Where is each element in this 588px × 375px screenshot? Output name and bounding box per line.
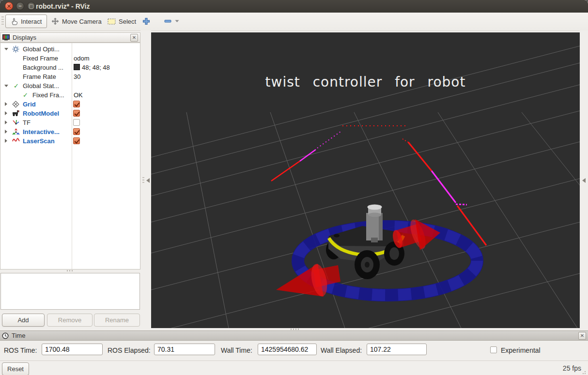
expand-right-panel-icon[interactable]: [582, 178, 586, 183]
expand-arrow-icon[interactable]: [5, 111, 7, 115]
collapse-left-panel-icon[interactable]: [146, 178, 150, 183]
tree-item-label: LaserScan: [23, 137, 55, 145]
move-arrows-icon: [51, 18, 59, 25]
window-resize-grip[interactable]: [582, 370, 587, 375]
expand-arrow-icon[interactable]: [5, 102, 7, 106]
chevron-down-icon: [175, 20, 179, 23]
tree-item-label: RobotModel: [23, 110, 59, 117]
add-display-button[interactable]: Add: [2, 314, 45, 327]
tree-item-label: Frame Rate: [23, 73, 56, 80]
rviz-window: ✕ – ▢ robot.rviz* - RViz Interact Move C…: [0, 0, 588, 375]
expand-arrow-icon[interactable]: [5, 139, 7, 143]
toolbar-grip[interactable]: [1, 16, 4, 26]
plus-icon: [142, 17, 150, 25]
statusbar: Reset 25 fps: [0, 360, 588, 375]
interact-tool-label: Interact: [21, 18, 42, 25]
display-description-box: [0, 273, 140, 310]
tree-item-label: Fixed Fra...: [32, 91, 64, 99]
displays-panel-header[interactable]: Displays ✕: [0, 32, 140, 43]
tree-row-fixed-frame[interactable]: Fixed Frame odom: [0, 54, 140, 63]
wall-time-input[interactable]: [258, 344, 317, 355]
ros-elapsed-input[interactable]: [154, 344, 215, 355]
tree-row-global-options[interactable]: Global Opti...: [0, 45, 140, 54]
time-panel-header[interactable]: Time ✕: [0, 330, 588, 341]
tree-item-label: Global Stat...: [23, 82, 59, 90]
grid-display-icon: [12, 101, 20, 108]
laser-scan-icon: [12, 137, 20, 145]
rename-display-button[interactable]: Rename: [94, 314, 140, 327]
wall-elapsed-input[interactable]: [367, 344, 427, 355]
move-camera-tool-button[interactable]: Move Camera: [46, 15, 107, 28]
hand-cursor-icon: [11, 17, 18, 25]
remove-display-button[interactable]: Remove: [47, 314, 93, 327]
tree-row-interactive-markers[interactable]: Interactive...: [0, 127, 140, 136]
gear-icon: [12, 45, 20, 53]
reset-button[interactable]: Reset: [2, 362, 29, 375]
right-panel-splitter[interactable]: [580, 30, 588, 330]
tf-axes-icon: [12, 119, 20, 126]
toolbar: Interact Move Camera Select: [0, 13, 588, 31]
interact-tool-button[interactable]: Interact: [5, 15, 47, 28]
time-panel-body: ROS Time: ROS Elapsed: Wall Time: Wall E…: [0, 341, 588, 360]
tree-row-grid[interactable]: Grid: [0, 100, 140, 109]
collapse-arrow-icon[interactable]: [4, 85, 8, 87]
remove-tool-button[interactable]: [159, 15, 184, 28]
fixed-frame-value[interactable]: odom: [74, 55, 90, 62]
interactive-markers-enabled-checkbox[interactable]: [73, 128, 80, 135]
robotmodel-enabled-checkbox[interactable]: [73, 110, 80, 117]
panel-splitter[interactable]: [67, 270, 74, 271]
displays-panel-close-button[interactable]: ✕: [130, 34, 138, 42]
titlebar: ✕ – ▢ robot.rviz* - RViz: [0, 0, 588, 13]
select-tool-label: Select: [119, 18, 136, 25]
time-panel-title: Time: [12, 332, 25, 339]
expand-arrow-icon[interactable]: [5, 130, 7, 134]
ros-time-label: ROS Time:: [4, 346, 37, 354]
expand-arrow-icon[interactable]: [5, 120, 7, 124]
laserscan-enabled-checkbox[interactable]: [73, 137, 80, 144]
background-color-value[interactable]: 48; 48; 48: [74, 64, 110, 71]
minus-icon: [164, 19, 172, 23]
frame-rate-value[interactable]: 30: [74, 73, 80, 80]
window-title: robot.rviz* - RViz: [36, 0, 90, 13]
interactive-markers-icon: [12, 128, 20, 135]
render-viewport[interactable]: twist controller for robot: [151, 32, 580, 328]
tree-row-fixed-frame-status[interactable]: ✓ Fixed Fra... OK: [0, 90, 140, 100]
window-minimize-button[interactable]: –: [16, 2, 24, 10]
tree-row-robotmodel[interactable]: RobotModel: [0, 109, 140, 118]
collapse-arrow-icon[interactable]: [4, 48, 8, 50]
fixed-frame-status-value: OK: [74, 91, 83, 99]
wall-time-label: Wall Time:: [221, 346, 252, 354]
time-panel-close-button[interactable]: ✕: [578, 332, 586, 340]
tree-item-label: Background ...: [23, 64, 63, 71]
color-swatch: [74, 64, 80, 70]
splitter-grip[interactable]: [142, 177, 144, 184]
displays-tree: Global Opti... Fixed Frame odom Backgrou…: [0, 43, 140, 270]
ros-time-input[interactable]: [42, 344, 103, 355]
window-maximize-button[interactable]: ▢: [27, 2, 35, 10]
status-ok-check-icon: ✓: [14, 82, 19, 90]
add-tool-button[interactable]: [138, 15, 155, 28]
status-ok-check-icon: ✓: [23, 91, 28, 99]
left-panel-splitter[interactable]: [140, 30, 151, 330]
tree-row-tf[interactable]: TF: [0, 118, 140, 127]
selection-box-icon: [108, 18, 116, 25]
tree-item-label: Interactive...: [23, 128, 60, 135]
tree-row-laserscan[interactable]: LaserScan: [0, 136, 140, 146]
scene-overlay-text: twist controller for robot: [151, 74, 580, 90]
window-close-button[interactable]: ✕: [5, 2, 13, 10]
displays-panel-title: Displays: [13, 34, 36, 41]
clock-icon: [2, 332, 9, 339]
tree-row-background-color[interactable]: Background ... 48; 48; 48: [0, 63, 140, 72]
displays-panel-icon: [2, 34, 10, 41]
tree-item-label: Fixed Frame: [23, 55, 58, 62]
tree-row-global-status[interactable]: ✓ Global Stat...: [0, 81, 140, 90]
select-tool-button[interactable]: Select: [103, 15, 141, 28]
wall-elapsed-label: Wall Elapsed:: [321, 346, 362, 354]
tree-row-frame-rate[interactable]: Frame Rate 30: [0, 72, 140, 81]
tf-enabled-checkbox[interactable]: [73, 119, 80, 126]
time-panel-splitter-grip[interactable]: [291, 329, 299, 330]
tree-item-label: TF: [23, 119, 31, 126]
experimental-checkbox[interactable]: [490, 346, 497, 353]
tree-item-label: Grid: [23, 101, 36, 108]
grid-enabled-checkbox[interactable]: [73, 101, 80, 107]
